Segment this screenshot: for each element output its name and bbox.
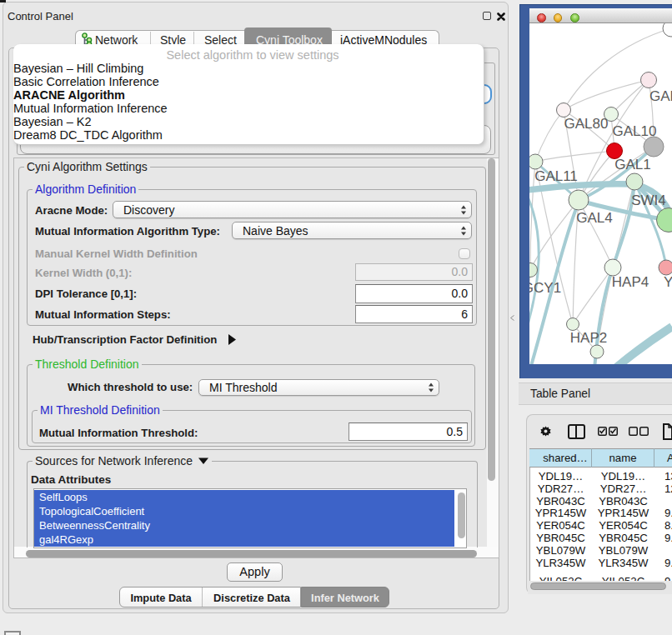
svg-text:Y: Y [664, 274, 672, 290]
svg-text:SWI4: SWI4 [631, 192, 666, 208]
svg-text:GAL80: GAL80 [564, 116, 609, 132]
svg-text:HAP2: HAP2 [570, 330, 607, 346]
svg-text:GAL: GAL [649, 88, 672, 104]
svg-text:GAL1: GAL1 [614, 157, 650, 172]
svg-text:GAL4: GAL4 [576, 210, 612, 226]
svg-text:GAL11: GAL11 [534, 168, 578, 184]
svg-text:GAL10: GAL10 [613, 123, 657, 139]
svg-text:GCY1: GCY1 [529, 280, 561, 296]
svg-text:HAP4: HAP4 [612, 274, 649, 290]
